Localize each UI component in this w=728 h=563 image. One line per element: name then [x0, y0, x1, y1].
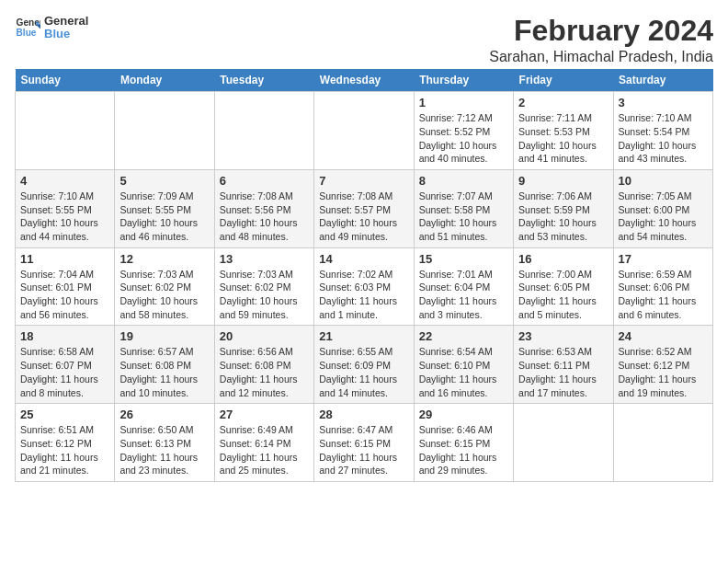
week-row-2: 4Sunrise: 7:10 AM Sunset: 5:55 PM Daylig… [16, 169, 713, 247]
calendar-cell: 6Sunrise: 7:08 AM Sunset: 5:56 PM Daylig… [214, 169, 313, 247]
cell-info: Sunrise: 7:10 AM Sunset: 5:55 PM Dayligh… [20, 190, 109, 244]
calendar-cell: 5Sunrise: 7:09 AM Sunset: 5:55 PM Daylig… [115, 169, 214, 247]
day-headers-row: SundayMondayTuesdayWednesdayThursdayFrid… [16, 69, 713, 92]
cell-info: Sunrise: 6:52 AM Sunset: 6:12 PM Dayligh… [619, 345, 708, 399]
calendar-cell: 25Sunrise: 6:51 AM Sunset: 6:12 PM Dayli… [16, 404, 115, 482]
cell-info: Sunrise: 7:10 AM Sunset: 5:54 PM Dayligh… [619, 111, 708, 166]
cell-info: Sunrise: 7:11 AM Sunset: 5:53 PM Dayligh… [518, 111, 608, 166]
date-number: 10 [619, 174, 708, 188]
calendar-cell: 8Sunrise: 7:07 AM Sunset: 5:58 PM Daylig… [414, 169, 513, 247]
calendar-cell: 17Sunrise: 6:59 AM Sunset: 6:06 PM Dayli… [613, 247, 712, 326]
date-number: 16 [518, 252, 608, 266]
cell-info: Sunrise: 6:49 AM Sunset: 6:14 PM Dayligh… [220, 423, 309, 477]
week-row-3: 11Sunrise: 7:04 AM Sunset: 6:01 PM Dayli… [16, 247, 713, 326]
calendar-cell: 18Sunrise: 6:58 AM Sunset: 6:07 PM Dayli… [16, 326, 115, 404]
calendar-cell: 9Sunrise: 7:06 AM Sunset: 5:59 PM Daylig… [514, 169, 613, 247]
calendar-cell: 22Sunrise: 6:54 AM Sunset: 6:10 PM Dayli… [414, 326, 513, 404]
subtitle: Sarahan, Himachal Pradesh, India [489, 49, 713, 65]
date-number: 24 [619, 329, 708, 343]
cell-info: Sunrise: 7:07 AM Sunset: 5:58 PM Dayligh… [419, 190, 508, 244]
cell-info: Sunrise: 7:06 AM Sunset: 5:59 PM Dayligh… [518, 190, 608, 244]
cell-info: Sunrise: 6:54 AM Sunset: 6:10 PM Dayligh… [419, 345, 508, 399]
cell-info: Sunrise: 7:00 AM Sunset: 6:05 PM Dayligh… [518, 268, 608, 322]
date-number: 22 [419, 329, 508, 343]
cell-info: Sunrise: 7:01 AM Sunset: 6:04 PM Dayligh… [419, 268, 508, 322]
date-number: 26 [119, 408, 209, 421]
date-number: 6 [220, 174, 309, 188]
date-number: 2 [518, 96, 608, 109]
logo: General Blue General Blue [15, 15, 88, 41]
week-row-4: 18Sunrise: 6:58 AM Sunset: 6:07 PM Dayli… [16, 326, 713, 404]
day-header-wednesday: Wednesday [314, 69, 414, 92]
calendar-cell: 23Sunrise: 6:53 AM Sunset: 6:11 PM Dayli… [514, 326, 613, 404]
logo-general-text: General [44, 15, 88, 28]
calendar-cell: 13Sunrise: 7:03 AM Sunset: 6:02 PM Dayli… [214, 247, 313, 326]
cell-info: Sunrise: 7:12 AM Sunset: 5:52 PM Dayligh… [419, 111, 508, 166]
day-header-tuesday: Tuesday [214, 69, 313, 92]
calendar-cell: 2Sunrise: 7:11 AM Sunset: 5:53 PM Daylig… [514, 92, 613, 170]
date-number: 8 [419, 174, 508, 188]
day-header-sunday: Sunday [16, 69, 115, 92]
calendar-cell [514, 404, 613, 482]
calendar-cell: 1Sunrise: 7:12 AM Sunset: 5:52 PM Daylig… [414, 92, 513, 170]
date-number: 7 [319, 174, 408, 188]
day-header-friday: Friday [514, 69, 613, 92]
date-number: 15 [419, 252, 508, 266]
date-number: 9 [518, 174, 608, 188]
date-number: 28 [319, 408, 408, 421]
date-number: 19 [119, 329, 209, 343]
date-number: 25 [20, 408, 109, 421]
calendar-cell: 19Sunrise: 6:57 AM Sunset: 6:08 PM Dayli… [115, 326, 214, 404]
calendar-cell: 3Sunrise: 7:10 AM Sunset: 5:54 PM Daylig… [613, 92, 712, 170]
cell-info: Sunrise: 6:53 AM Sunset: 6:11 PM Dayligh… [518, 345, 608, 399]
cell-info: Sunrise: 6:50 AM Sunset: 6:13 PM Dayligh… [119, 423, 209, 477]
calendar-cell: 10Sunrise: 7:05 AM Sunset: 6:00 PM Dayli… [613, 169, 712, 247]
calendar-cell: 29Sunrise: 6:46 AM Sunset: 6:15 PM Dayli… [414, 404, 513, 482]
title-block: February 2024 Sarahan, Himachal Pradesh,… [489, 15, 713, 65]
day-header-thursday: Thursday [414, 69, 513, 92]
svg-text:Blue: Blue [17, 29, 37, 39]
calendar-cell: 16Sunrise: 7:00 AM Sunset: 6:05 PM Dayli… [514, 247, 613, 326]
calendar-cell [214, 92, 313, 170]
date-number: 1 [419, 96, 508, 109]
main-title: February 2024 [489, 15, 713, 47]
date-number: 4 [20, 174, 109, 188]
cell-info: Sunrise: 6:59 AM Sunset: 6:06 PM Dayligh… [619, 268, 708, 322]
cell-info: Sunrise: 7:05 AM Sunset: 6:00 PM Dayligh… [619, 190, 708, 244]
cell-info: Sunrise: 7:02 AM Sunset: 6:03 PM Dayligh… [319, 268, 408, 322]
calendar-cell: 26Sunrise: 6:50 AM Sunset: 6:13 PM Dayli… [115, 404, 214, 482]
calendar-cell: 21Sunrise: 6:55 AM Sunset: 6:09 PM Dayli… [314, 326, 414, 404]
week-row-5: 25Sunrise: 6:51 AM Sunset: 6:12 PM Dayli… [16, 404, 713, 482]
date-number: 20 [220, 329, 309, 343]
cell-info: Sunrise: 6:55 AM Sunset: 6:09 PM Dayligh… [319, 345, 408, 399]
cell-info: Sunrise: 6:46 AM Sunset: 6:15 PM Dayligh… [419, 423, 508, 477]
cell-info: Sunrise: 7:08 AM Sunset: 5:56 PM Dayligh… [220, 190, 309, 244]
date-number: 23 [518, 329, 608, 343]
page-header: General Blue General Blue February 2024 … [15, 15, 713, 65]
calendar-cell: 12Sunrise: 7:03 AM Sunset: 6:02 PM Dayli… [115, 247, 214, 326]
calendar-cell: 20Sunrise: 6:56 AM Sunset: 6:08 PM Dayli… [214, 326, 313, 404]
cell-info: Sunrise: 6:47 AM Sunset: 6:15 PM Dayligh… [319, 423, 408, 477]
calendar-cell [314, 92, 414, 170]
date-number: 17 [619, 252, 708, 266]
calendar-cell [613, 404, 712, 482]
date-number: 13 [220, 252, 309, 266]
logo-icon: General Blue [15, 15, 40, 40]
cell-info: Sunrise: 7:03 AM Sunset: 6:02 PM Dayligh… [119, 268, 209, 322]
calendar-cell: 28Sunrise: 6:47 AM Sunset: 6:15 PM Dayli… [314, 404, 414, 482]
calendar-cell: 11Sunrise: 7:04 AM Sunset: 6:01 PM Dayli… [16, 247, 115, 326]
date-number: 18 [20, 329, 109, 343]
cell-info: Sunrise: 6:51 AM Sunset: 6:12 PM Dayligh… [20, 423, 109, 477]
cell-info: Sunrise: 7:04 AM Sunset: 6:01 PM Dayligh… [20, 268, 109, 322]
date-number: 12 [119, 252, 209, 266]
day-header-monday: Monday [115, 69, 214, 92]
date-number: 5 [119, 174, 209, 188]
calendar-cell: 15Sunrise: 7:01 AM Sunset: 6:04 PM Dayli… [414, 247, 513, 326]
calendar-cell [16, 92, 115, 170]
cell-info: Sunrise: 6:57 AM Sunset: 6:08 PM Dayligh… [119, 345, 209, 399]
cell-info: Sunrise: 7:03 AM Sunset: 6:02 PM Dayligh… [220, 268, 309, 322]
date-number: 21 [319, 329, 408, 343]
cell-info: Sunrise: 7:09 AM Sunset: 5:55 PM Dayligh… [119, 190, 209, 244]
day-header-saturday: Saturday [613, 69, 712, 92]
date-number: 27 [220, 408, 309, 421]
